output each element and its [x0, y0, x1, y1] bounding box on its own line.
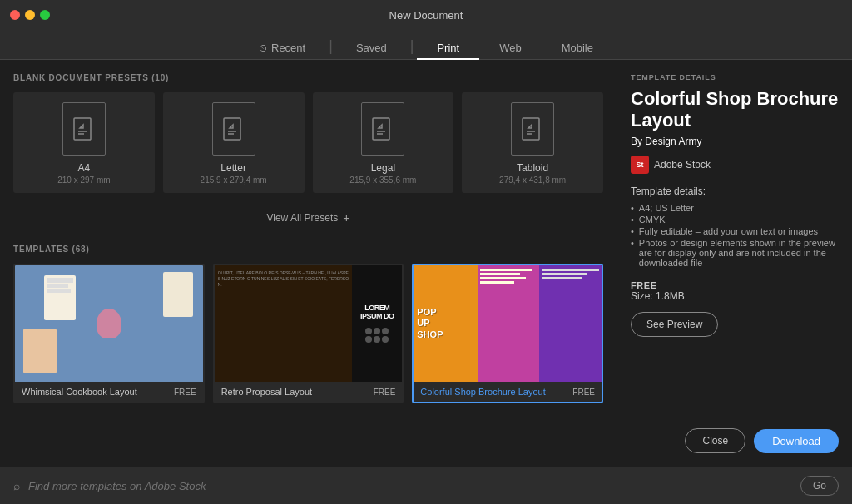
- size-label: Size: 1.8MB: [631, 290, 839, 302]
- preset-legal[interactable]: Legal 215,9 x 355,6 mm: [313, 92, 454, 193]
- preset-tabloid-name: Tabloid: [517, 162, 548, 174]
- see-preview-button[interactable]: See Preview: [631, 312, 718, 337]
- document-icon-4: [520, 116, 545, 141]
- document-icon: [72, 116, 97, 141]
- template-details-author: By Design Army: [631, 136, 839, 147]
- minimize-window-button[interactable]: [25, 10, 35, 20]
- preset-legal-name: Legal: [371, 162, 395, 174]
- preset-legal-icon: [361, 102, 404, 156]
- template-cookbook[interactable]: Whimsical Cookbook Layout FREE: [13, 264, 205, 403]
- presets-grid: A4 210 x 297 mm Letter 215,9 x 279,4 mm: [13, 92, 603, 193]
- template-cookbook-name: Whimsical Cookbook Layout: [22, 387, 137, 397]
- main-layout: BLANK DOCUMENT PRESETS (10) A4 210 x 297…: [0, 60, 852, 467]
- svg-rect-3: [224, 118, 240, 140]
- nav-separator: |: [329, 38, 333, 58]
- template-details-title: Colorful Shop Brochure Layout: [631, 88, 839, 132]
- template-colorful-thumb: POPUPSHOP: [414, 265, 602, 382]
- preset-letter[interactable]: Letter 215,9 x 279,4 mm: [163, 92, 305, 193]
- template-retro-badge: FREE: [374, 388, 396, 397]
- left-panel: BLANK DOCUMENT PRESETS (10) A4 210 x 297…: [0, 60, 617, 467]
- preset-a4-icon: [62, 102, 106, 156]
- preset-a4-size: 210 x 297 mm: [57, 175, 110, 185]
- preset-letter-icon: [212, 102, 255, 156]
- detail-item-4: Photos or design elements shown in the p…: [631, 237, 839, 269]
- download-button[interactable]: Download: [754, 429, 839, 453]
- template-details-label: TEMPLATE DETAILS: [631, 73, 839, 82]
- titlebar: New Document: [0, 0, 852, 30]
- plus-icon: +: [343, 211, 349, 225]
- template-retro-footer: Retro Proposal Layout FREE: [215, 382, 403, 402]
- window-title: New Document: [389, 9, 463, 22]
- template-retro[interactable]: OLUPIT, UTEL ARE BOLO RE-S DESE-W IS – T…: [213, 264, 404, 403]
- template-colorful-badge: FREE: [572, 388, 595, 397]
- stock-label: Adobe Stock: [654, 159, 711, 170]
- detail-item-2: CMYK: [631, 214, 839, 225]
- tab-recent[interactable]: ⏲Recent: [239, 37, 325, 59]
- svg-rect-0: [74, 118, 91, 140]
- tab-saved[interactable]: Saved: [336, 37, 407, 59]
- preset-tabloid[interactable]: Tabloid 279,4 x 431,8 mm: [462, 92, 603, 193]
- templates-grid: Whimsical Cookbook Layout FREE OLUPIT, U…: [13, 264, 603, 403]
- details-title: Template details:: [631, 185, 839, 197]
- price-label: FREE: [631, 280, 839, 290]
- template-colorful-name: Colorful Shop Brochure Layout: [420, 387, 545, 397]
- detail-item-3: Fully editable – add your own text or im…: [631, 225, 839, 237]
- nav-separator-2: |: [410, 38, 414, 58]
- svg-rect-6: [373, 118, 389, 140]
- template-cookbook-thumb: [15, 265, 203, 382]
- close-button[interactable]: Close: [685, 428, 746, 453]
- template-colorful[interactable]: POPUPSHOP: [412, 264, 603, 403]
- presets-section-header: BLANK DOCUMENT PRESETS (10): [13, 73, 603, 82]
- stock-icon: St: [631, 156, 649, 174]
- maximize-window-button[interactable]: [40, 10, 50, 20]
- document-icon-3: [370, 116, 395, 141]
- templates-section-header: TEMPLATES (68): [13, 245, 603, 254]
- close-window-button[interactable]: [10, 10, 20, 20]
- details-list: A4; US Letter CMYK Fully editable – add …: [631, 202, 839, 269]
- detail-item-1: A4; US Letter: [631, 202, 839, 214]
- right-panel: TEMPLATE DETAILS Colorful Shop Brochure …: [617, 60, 852, 467]
- titlebar-buttons: [10, 10, 50, 20]
- search-input[interactable]: [28, 480, 792, 492]
- preset-letter-size: 215,9 x 279,4 mm: [201, 175, 267, 185]
- template-colorful-footer: Colorful Shop Brochure Layout FREE: [414, 382, 602, 402]
- adobe-stock-badge: St Adobe Stock: [631, 156, 839, 174]
- preset-letter-name: Letter: [220, 162, 246, 174]
- search-icon: ⌕: [13, 479, 20, 492]
- template-cookbook-badge: FREE: [174, 388, 196, 397]
- preset-tabloid-icon: [511, 102, 554, 156]
- document-icon-2: [221, 116, 246, 141]
- preset-tabloid-size: 279,4 x 431,8 mm: [499, 175, 566, 185]
- preset-legal-size: 215,9 x 355,6 mm: [349, 175, 416, 185]
- search-bar: ⌕ Go: [0, 467, 852, 504]
- template-details-section: Template details: A4; US Letter CMYK Ful…: [631, 185, 839, 269]
- tab-web[interactable]: Web: [479, 37, 542, 59]
- preset-a4-name: A4: [78, 162, 91, 174]
- right-panel-footer: Close Download: [631, 418, 839, 453]
- tab-mobile[interactable]: Mobile: [542, 37, 613, 59]
- template-retro-name: Retro Proposal Layout: [221, 387, 312, 397]
- svg-rect-9: [523, 118, 539, 140]
- template-retro-thumb: OLUPIT, UTEL ARE BOLO RE-S DESE-W IS – T…: [215, 265, 403, 382]
- tab-print[interactable]: Print: [417, 37, 479, 59]
- nav-tabs: ⏲Recent | Saved | Print Web Mobile: [0, 30, 852, 60]
- preset-a4[interactable]: A4 210 x 297 mm: [13, 92, 155, 193]
- go-button[interactable]: Go: [800, 476, 839, 496]
- view-all-presets-button[interactable]: View All Presets +: [13, 205, 603, 231]
- template-cookbook-footer: Whimsical Cookbook Layout FREE: [15, 382, 203, 402]
